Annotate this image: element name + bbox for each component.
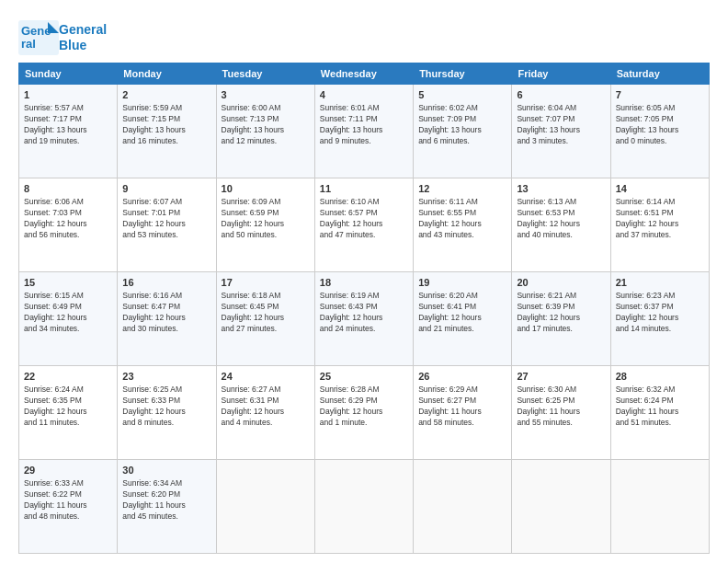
day-number: 15 bbox=[24, 276, 112, 290]
day-info: Sunrise: 6:10 AM Sunset: 6:57 PM Dayligh… bbox=[320, 197, 408, 241]
day-info: Sunrise: 6:11 AM Sunset: 6:55 PM Dayligh… bbox=[418, 197, 506, 241]
day-cell: 13Sunrise: 6:13 AM Sunset: 6:53 PM Dayli… bbox=[512, 178, 610, 272]
col-header-sunday: Sunday bbox=[19, 63, 118, 85]
day-number: 2 bbox=[122, 88, 210, 102]
day-number: 1 bbox=[24, 88, 112, 102]
day-cell: 11Sunrise: 6:10 AM Sunset: 6:57 PM Dayli… bbox=[314, 178, 413, 272]
day-cell: 30Sunrise: 6:34 AM Sunset: 6:20 PM Dayli… bbox=[118, 460, 216, 554]
day-number: 5 bbox=[418, 88, 506, 102]
day-number: 22 bbox=[24, 370, 112, 384]
day-cell: 9Sunrise: 6:07 AM Sunset: 7:01 PM Daylig… bbox=[118, 178, 216, 272]
day-info: Sunrise: 6:15 AM Sunset: 6:49 PM Dayligh… bbox=[24, 291, 112, 335]
day-number: 16 bbox=[122, 276, 210, 290]
calendar-header-row: SundayMondayTuesdayWednesdayThursdayFrid… bbox=[19, 63, 710, 85]
day-number: 3 bbox=[222, 88, 310, 102]
day-info: Sunrise: 6:27 AM Sunset: 6:31 PM Dayligh… bbox=[222, 385, 310, 429]
day-cell: 2Sunrise: 5:59 AM Sunset: 7:15 PM Daylig… bbox=[118, 85, 216, 178]
day-number: 27 bbox=[517, 370, 605, 384]
day-info: Sunrise: 6:00 AM Sunset: 7:13 PM Dayligh… bbox=[222, 103, 310, 147]
day-info: Sunrise: 6:32 AM Sunset: 6:24 PM Dayligh… bbox=[616, 385, 704, 429]
day-number: 8 bbox=[24, 182, 112, 196]
day-info: Sunrise: 6:23 AM Sunset: 6:37 PM Dayligh… bbox=[616, 291, 704, 335]
day-cell: 22Sunrise: 6:24 AM Sunset: 6:35 PM Dayli… bbox=[19, 366, 118, 460]
day-info: Sunrise: 5:59 AM Sunset: 7:15 PM Dayligh… bbox=[122, 103, 210, 147]
col-header-thursday: Thursday bbox=[414, 63, 512, 85]
col-header-monday: Monday bbox=[118, 63, 216, 85]
day-number: 11 bbox=[320, 182, 408, 196]
day-cell: 3Sunrise: 6:00 AM Sunset: 7:13 PM Daylig… bbox=[216, 85, 314, 178]
day-number: 21 bbox=[616, 276, 704, 290]
day-info: Sunrise: 6:06 AM Sunset: 7:03 PM Dayligh… bbox=[24, 197, 112, 241]
day-number: 24 bbox=[222, 370, 310, 384]
day-cell: 4Sunrise: 6:01 AM Sunset: 7:11 PM Daylig… bbox=[314, 85, 413, 178]
day-cell: 8Sunrise: 6:06 AM Sunset: 7:03 PM Daylig… bbox=[19, 178, 118, 272]
day-number: 25 bbox=[320, 370, 408, 384]
day-number: 13 bbox=[517, 182, 605, 196]
week-row-2: 8Sunrise: 6:06 AM Sunset: 7:03 PM Daylig… bbox=[19, 178, 710, 272]
col-header-saturday: Saturday bbox=[610, 63, 709, 85]
day-cell: 23Sunrise: 6:25 AM Sunset: 6:33 PM Dayli… bbox=[118, 366, 216, 460]
logo-svg: General bbox=[18, 20, 59, 55]
day-number: 7 bbox=[616, 88, 704, 102]
day-info: Sunrise: 6:29 AM Sunset: 6:27 PM Dayligh… bbox=[418, 385, 506, 429]
day-info: Sunrise: 6:21 AM Sunset: 6:39 PM Dayligh… bbox=[517, 291, 605, 335]
day-info: Sunrise: 6:20 AM Sunset: 6:41 PM Dayligh… bbox=[418, 291, 506, 335]
day-number: 18 bbox=[320, 276, 408, 290]
day-cell bbox=[314, 460, 413, 554]
day-info: Sunrise: 6:30 AM Sunset: 6:25 PM Dayligh… bbox=[517, 385, 605, 429]
day-number: 26 bbox=[418, 370, 506, 384]
day-info: Sunrise: 6:01 AM Sunset: 7:11 PM Dayligh… bbox=[320, 103, 408, 147]
svg-text:ral: ral bbox=[21, 37, 36, 51]
day-number: 28 bbox=[616, 370, 704, 384]
day-cell: 14Sunrise: 6:14 AM Sunset: 6:51 PM Dayli… bbox=[610, 178, 709, 272]
day-info: Sunrise: 6:13 AM Sunset: 6:53 PM Dayligh… bbox=[517, 197, 605, 241]
day-info: Sunrise: 6:07 AM Sunset: 7:01 PM Dayligh… bbox=[122, 197, 210, 241]
day-cell: 27Sunrise: 6:30 AM Sunset: 6:25 PM Dayli… bbox=[512, 366, 610, 460]
top-section: GeneralGeneralBlue bbox=[18, 17, 710, 55]
day-cell bbox=[610, 460, 709, 554]
day-cell: 18Sunrise: 6:19 AM Sunset: 6:43 PM Dayli… bbox=[314, 272, 413, 366]
day-info: Sunrise: 6:25 AM Sunset: 6:33 PM Dayligh… bbox=[122, 385, 210, 429]
week-row-1: 1Sunrise: 5:57 AM Sunset: 7:17 PM Daylig… bbox=[19, 85, 710, 178]
day-number: 6 bbox=[517, 88, 605, 102]
week-row-3: 15Sunrise: 6:15 AM Sunset: 6:49 PM Dayli… bbox=[19, 272, 710, 366]
day-number: 10 bbox=[222, 182, 310, 196]
day-number: 9 bbox=[122, 182, 210, 196]
day-cell bbox=[512, 460, 610, 554]
day-cell bbox=[216, 460, 314, 554]
day-cell: 15Sunrise: 6:15 AM Sunset: 6:49 PM Dayli… bbox=[19, 272, 118, 366]
day-info: Sunrise: 6:28 AM Sunset: 6:29 PM Dayligh… bbox=[320, 385, 408, 429]
week-row-5: 29Sunrise: 6:33 AM Sunset: 6:22 PM Dayli… bbox=[19, 460, 710, 554]
calendar-table: SundayMondayTuesdayWednesdayThursdayFrid… bbox=[18, 63, 710, 554]
svg-text:Gene: Gene bbox=[21, 24, 51, 38]
day-info: Sunrise: 6:33 AM Sunset: 6:22 PM Dayligh… bbox=[24, 478, 112, 523]
day-info: Sunrise: 6:02 AM Sunset: 7:09 PM Dayligh… bbox=[418, 103, 506, 147]
day-cell: 6Sunrise: 6:04 AM Sunset: 7:07 PM Daylig… bbox=[512, 85, 610, 178]
day-cell: 25Sunrise: 6:28 AM Sunset: 6:29 PM Dayli… bbox=[314, 366, 413, 460]
day-cell: 24Sunrise: 6:27 AM Sunset: 6:31 PM Dayli… bbox=[216, 366, 314, 460]
day-cell: 21Sunrise: 6:23 AM Sunset: 6:37 PM Dayli… bbox=[610, 272, 709, 366]
day-info: Sunrise: 6:34 AM Sunset: 6:20 PM Dayligh… bbox=[122, 478, 210, 523]
day-info: Sunrise: 6:09 AM Sunset: 6:59 PM Dayligh… bbox=[222, 197, 310, 241]
day-cell: 17Sunrise: 6:18 AM Sunset: 6:45 PM Dayli… bbox=[216, 272, 314, 366]
day-number: 30 bbox=[122, 464, 210, 477]
day-number: 23 bbox=[122, 370, 210, 384]
day-cell: 29Sunrise: 6:33 AM Sunset: 6:22 PM Dayli… bbox=[19, 460, 118, 554]
day-cell: 7Sunrise: 6:05 AM Sunset: 7:05 PM Daylig… bbox=[610, 85, 709, 178]
day-info: Sunrise: 6:05 AM Sunset: 7:05 PM Dayligh… bbox=[616, 103, 704, 147]
day-cell: 26Sunrise: 6:29 AM Sunset: 6:27 PM Dayli… bbox=[414, 366, 512, 460]
day-number: 20 bbox=[517, 276, 605, 290]
day-number: 19 bbox=[418, 276, 506, 290]
day-info: Sunrise: 6:04 AM Sunset: 7:07 PM Dayligh… bbox=[517, 103, 605, 147]
col-header-friday: Friday bbox=[512, 63, 610, 85]
day-number: 29 bbox=[24, 464, 112, 477]
day-info: Sunrise: 6:16 AM Sunset: 6:47 PM Dayligh… bbox=[122, 291, 210, 335]
day-info: Sunrise: 6:19 AM Sunset: 6:43 PM Dayligh… bbox=[320, 291, 408, 335]
day-cell: 1Sunrise: 5:57 AM Sunset: 7:17 PM Daylig… bbox=[19, 85, 118, 178]
day-number: 12 bbox=[418, 182, 506, 196]
day-cell: 20Sunrise: 6:21 AM Sunset: 6:39 PM Dayli… bbox=[512, 272, 610, 366]
day-info: Sunrise: 6:18 AM Sunset: 6:45 PM Dayligh… bbox=[222, 291, 310, 335]
col-header-tuesday: Tuesday bbox=[216, 63, 314, 85]
day-cell: 19Sunrise: 6:20 AM Sunset: 6:41 PM Dayli… bbox=[414, 272, 512, 366]
logo: GeneralGeneralBlue bbox=[18, 20, 107, 55]
